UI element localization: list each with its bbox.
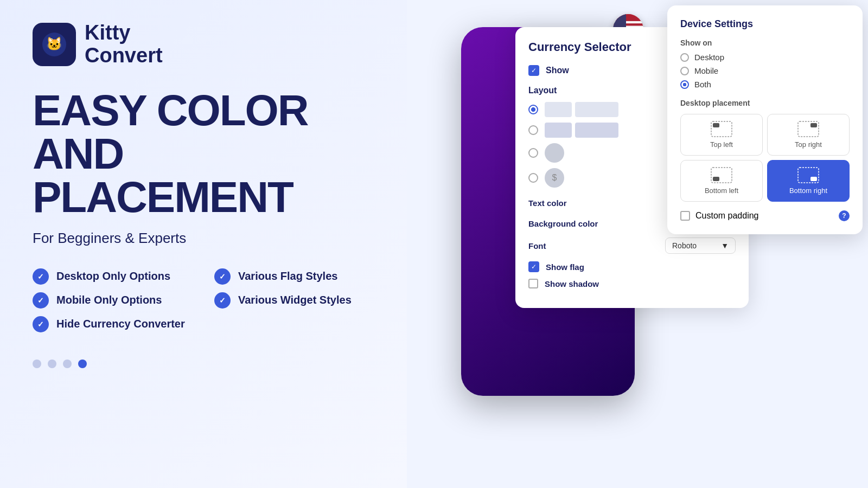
check-icon-5: ✓ <box>33 316 49 332</box>
feature-item-5: ✓ Hide Currency Converter <box>33 316 193 332</box>
font-label: Font <box>528 241 546 251</box>
radio-circle-desktop[interactable] <box>680 53 689 62</box>
placement-top-left-label: Top left <box>710 140 733 149</box>
placement-top-right-label: Top right <box>795 140 822 149</box>
layout-preview-1 <box>545 102 618 117</box>
bottom-left-icon <box>711 167 732 183</box>
svg-rect-22 <box>713 177 719 181</box>
check-icon-4: ✓ <box>214 292 231 309</box>
dot-2[interactable] <box>48 359 56 368</box>
layout-rect-md-1 <box>575 102 618 117</box>
layout-radio-2[interactable] <box>528 125 538 135</box>
radio-label-both: Both <box>694 80 711 89</box>
layout-circle-3 <box>545 143 564 163</box>
layout-rect-sm-2 <box>545 123 572 138</box>
check-icon-3: ✓ <box>33 292 49 309</box>
show-shadow-row: Show shadow <box>528 279 736 288</box>
feature-label-2: Various Flag Styles <box>238 270 337 282</box>
device-settings-panel: Device Settings Show on Desktop Mobile B… <box>667 5 863 234</box>
dot-3[interactable] <box>63 359 72 368</box>
features-grid: ✓ Desktop Only Options ✓ Various Flag St… <box>33 268 374 332</box>
font-row: Font Roboto ▼ <box>528 237 736 254</box>
font-select[interactable]: Roboto ▼ <box>665 237 736 254</box>
feature-label-5: Hide Currency Converter <box>56 318 185 330</box>
right-panel: 🇺🇸 USD ☰ USD ☰ $ Currency Selector ✓ Sho… <box>407 0 868 488</box>
show-flag-checkbox[interactable]: ✓ <box>528 261 539 272</box>
custom-padding-label: Custom padding <box>695 211 759 221</box>
left-panel: 🐱 € $ Kitty Convert EASY COLOR AND PLACE… <box>0 0 407 488</box>
dot-1[interactable] <box>33 359 41 368</box>
top-right-icon <box>797 121 819 137</box>
show-on-label: Show on <box>680 38 850 47</box>
logo-area: 🐱 € $ Kitty Convert <box>33 22 374 67</box>
placement-bottom-left[interactable]: Bottom left <box>680 160 763 202</box>
dot-4[interactable] <box>78 359 87 368</box>
bg-color-label: Background color <box>528 219 598 228</box>
font-value: Roboto <box>672 241 697 250</box>
show-shadow-label: Show shadow <box>545 279 599 288</box>
feature-item-4: ✓ Various Widget Styles <box>214 292 374 309</box>
feature-label-4: Various Widget Styles <box>238 294 352 306</box>
show-on-radio-group: Desktop Mobile Both <box>680 53 850 89</box>
show-shadow-checkbox[interactable] <box>528 279 538 288</box>
app-title: Kitty Convert <box>85 22 163 67</box>
layout-preview-2 <box>545 123 618 138</box>
font-dropdown-icon: ▼ <box>721 241 729 250</box>
pagination-dots <box>33 359 374 368</box>
radio-label-mobile: Mobile <box>694 66 718 75</box>
bottom-right-icon <box>797 167 819 183</box>
svg-text:$: $ <box>57 38 60 44</box>
hero-title: EASY COLOR AND PLACEMENT <box>33 89 374 219</box>
radio-label-desktop: Desktop <box>694 53 724 62</box>
placement-grid: Top left Top right Bottom left <box>680 114 850 202</box>
custom-padding-row: Custom padding ? <box>680 210 850 221</box>
radio-both[interactable]: Both <box>680 80 850 89</box>
svg-rect-20 <box>810 123 817 127</box>
placement-bottom-left-label: Bottom left <box>705 187 738 195</box>
radio-circle-both[interactable] <box>680 80 689 89</box>
custom-padding-checkbox[interactable] <box>680 211 690 221</box>
svg-text:€: € <box>50 38 53 44</box>
layout-radio-3[interactable] <box>528 148 538 158</box>
device-panel-title: Device Settings <box>680 18 850 30</box>
logo-icon: 🐱 € $ <box>33 23 76 66</box>
layout-radio-4[interactable] <box>528 173 538 183</box>
text-color-label: Text color <box>528 198 567 208</box>
hero-subtitle: For Begginers & Experts <box>33 230 374 247</box>
check-icon-2: ✓ <box>214 268 231 285</box>
placement-bottom-right[interactable]: Bottom right <box>767 160 850 202</box>
top-left-icon <box>711 121 732 137</box>
svg-rect-18 <box>713 123 719 127</box>
placement-bottom-right-label: Bottom right <box>789 187 827 195</box>
feature-label-3: Mobile Only Options <box>56 294 162 306</box>
show-flag-label: Show flag <box>546 262 584 272</box>
radio-mobile[interactable]: Mobile <box>680 66 850 75</box>
placement-top-left[interactable]: Top left <box>680 114 763 156</box>
show-label: Show <box>546 66 569 75</box>
radio-circle-mobile[interactable] <box>680 67 689 75</box>
feature-item-2: ✓ Various Flag Styles <box>214 268 374 285</box>
show-flag-row: ✓ Show flag <box>528 261 736 272</box>
placement-top-right[interactable]: Top right <box>767 114 850 156</box>
desktop-placement-label: Desktop placement <box>680 99 850 107</box>
check-icon-1: ✓ <box>33 268 49 285</box>
feature-item-3: ✓ Mobile Only Options <box>33 292 193 309</box>
feature-label-1: Desktop Only Options <box>56 270 170 282</box>
layout-rect-sm-1 <box>545 102 572 117</box>
help-icon[interactable]: ? <box>839 210 850 221</box>
show-checkbox[interactable]: ✓ <box>528 65 539 76</box>
radio-desktop[interactable]: Desktop <box>680 53 850 62</box>
layout-rect-md-2 <box>575 123 618 138</box>
feature-item-1: ✓ Desktop Only Options <box>33 268 193 285</box>
svg-rect-24 <box>810 177 817 181</box>
layout-radio-1[interactable] <box>528 105 538 114</box>
layout-circle-dollar-4: $ <box>545 168 564 188</box>
